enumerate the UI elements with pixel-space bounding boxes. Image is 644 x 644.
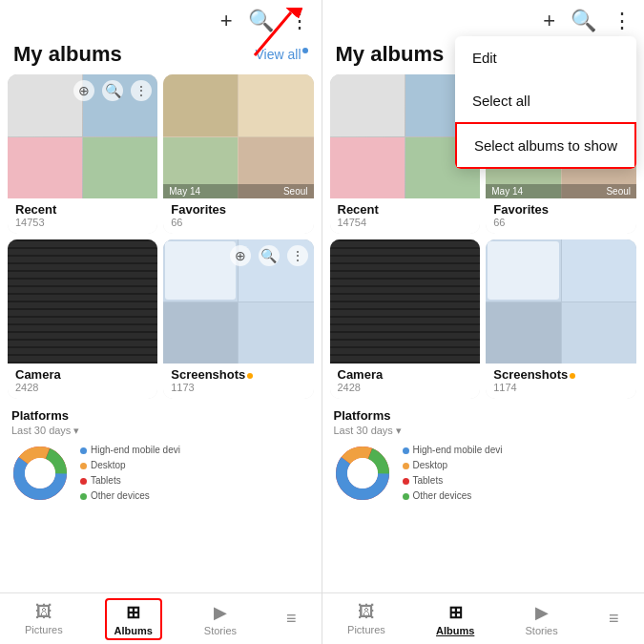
legend-dot-desktop-right [403, 463, 409, 469]
svg-point-6 [25, 458, 55, 488]
album-name-favorites-right: Favorites [493, 202, 629, 217]
album-card-screenshots-right[interactable]: Screenshots 1174 [486, 239, 636, 399]
albums-title: My albums [13, 42, 122, 67]
album-count-camera: 2428 [15, 382, 150, 393]
legend-dot-tablets-right [403, 478, 409, 485]
nav-stories-right[interactable]: ▶ Stories [517, 598, 565, 640]
albums-header: My albums View all [0, 42, 322, 74]
legend-item-tablets: Tablets [80, 473, 180, 488]
album-name-favorites: Favorites [171, 202, 305, 217]
thumb-cell [330, 137, 405, 199]
album-thumb-camera [8, 239, 157, 364]
album-count-favorites-right: 66 [493, 217, 629, 228]
albums-icon-right: ⊞ [448, 602, 463, 623]
legend-right: High-end mobile devi Desktop Tablets Oth… [403, 443, 503, 504]
album-name: Recent [15, 202, 150, 217]
svg-point-11 [347, 458, 378, 488]
album-name-camera: Camera [15, 367, 150, 382]
album-grid: ⊕ 🔍 ⋮ Recent 14753 May 14 [0, 74, 322, 399]
nav-albums[interactable]: ⊞ Albums [105, 598, 162, 640]
nav-pictures[interactable]: 🖼 Pictures [17, 598, 71, 639]
album-count-screenshots-right: 1174 [493, 382, 629, 393]
album-date-bar: May 14 Seoul [163, 184, 313, 198]
legend-dot-mobile-right [403, 447, 409, 454]
legend-item-tablets-right: Tablets [403, 473, 503, 488]
search-icon[interactable]: 🔍 [248, 9, 274, 33]
platforms-subtitle-right: Last 30 days ▾ [334, 425, 634, 437]
nav-hamburger[interactable]: ≡ [279, 605, 304, 633]
search-icon-right[interactable]: 🔍 [571, 9, 596, 33]
platforms-title: Platforms [11, 408, 310, 423]
bottom-nav-right: 🖼 Pictures ⊞ Albums ▶ Stories ≡ [322, 592, 645, 644]
legend-dot-other-right [403, 493, 409, 500]
search-small-icon-ss: 🔍 [259, 245, 280, 266]
album-thumb-screenshots: ⊕ 🔍 ⋮ [163, 239, 313, 364]
menu-icon[interactable]: ⋮ [289, 9, 310, 33]
platforms-title-right: Platforms [334, 408, 634, 423]
view-all-link[interactable]: View all [256, 46, 308, 63]
thumb-cell [8, 74, 82, 136]
album-card-favorites[interactable]: May 14 Seoul Favorites 66 [163, 74, 313, 234]
platforms-content: High-end mobile devi Desktop Tablets Oth… [11, 443, 310, 504]
legend-item-mobile-right: High-end mobile devi [403, 443, 503, 458]
dropdown-select-all[interactable]: Select all [455, 79, 636, 122]
bottom-nav: 🖼 Pictures ⊞ Albums ▶ Stories ≡ [0, 592, 322, 644]
album-count-favorites: 66 [171, 217, 305, 228]
pictures-icon-right: 🖼 [358, 602, 375, 622]
nav-stories[interactable]: ▶ Stories [197, 598, 244, 640]
card-icons-screenshots: ⊕ 🔍 ⋮ [230, 245, 308, 266]
date-label: May 14 [169, 186, 200, 197]
dropdown-menu[interactable]: Edit Select all Select albums to show [455, 36, 636, 169]
share-icon-ss: ⊕ [230, 245, 251, 266]
search-small-icon: 🔍 [102, 80, 123, 101]
stories-icon: ▶ [214, 602, 227, 623]
album-count-screenshots: 1173 [171, 382, 305, 393]
thumb-cell [8, 137, 82, 199]
album-name-recent-right: Recent [338, 202, 473, 217]
share-icon: ⊕ [73, 80, 94, 101]
nav-hamburger-right[interactable]: ≡ [601, 605, 627, 633]
card-icons: ⊕ 🔍 ⋮ [73, 80, 152, 101]
album-info-bar-screenshots: Screenshots 1173 [163, 364, 313, 399]
album-name-camera-right: Camera [338, 367, 473, 382]
albums-icon: ⊞ [126, 602, 140, 623]
album-card-camera[interactable]: Camera 2428 [8, 239, 157, 399]
location-label-right: Seoul [606, 186, 631, 197]
add-icon-right[interactable]: + [543, 9, 555, 33]
album-thumb-screenshots-right [486, 239, 636, 364]
menu-icon-right[interactable]: ⋮ [612, 9, 633, 33]
album-thumb-recent: ⊕ 🔍 ⋮ [8, 74, 157, 198]
platforms-content-right: High-end mobile devi Desktop Tablets Oth… [334, 443, 634, 504]
date-label-right: May 14 [491, 186, 523, 197]
album-dot [247, 373, 253, 379]
dropdown-select-albums[interactable]: Select albums to show [455, 122, 636, 169]
left-screen: + 🔍 ⋮ My albums View all [0, 0, 322, 644]
stories-icon-right: ▶ [535, 602, 549, 623]
platforms-section: Platforms Last 30 days ▾ High-end mobile… [0, 401, 322, 511]
album-count: 14753 [15, 217, 150, 228]
album-thumb-camera-right [330, 239, 481, 364]
album-info-bar: Recent 14753 [8, 198, 157, 234]
dropdown-edit[interactable]: Edit [455, 36, 636, 79]
more-icon-ss: ⋮ [287, 245, 308, 266]
hamburger-icon: ≡ [286, 609, 297, 629]
album-info-bar-recent-right: Recent 14754 [330, 198, 481, 234]
pictures-icon: 🖼 [35, 602, 52, 622]
nav-pictures-right[interactable]: 🖼 Pictures [340, 598, 393, 639]
legend-item-desktop-right: Desktop [403, 458, 503, 473]
album-info-bar-favorites: Favorites 66 [163, 198, 313, 234]
view-all-dot [302, 48, 308, 53]
album-card-camera-right[interactable]: Camera 2428 [330, 239, 481, 399]
album-count-camera-right: 2428 [338, 382, 473, 393]
legend-dot-tablets [80, 478, 87, 485]
album-dot-right [570, 373, 575, 379]
album-date-bar-right: May 14 Seoul [486, 184, 636, 198]
album-name-screenshots: Screenshots [171, 367, 305, 382]
album-card-screenshots[interactable]: ⊕ 🔍 ⋮ Screenshots 1173 [163, 239, 313, 399]
platforms-subtitle: Last 30 days ▾ [11, 425, 310, 437]
album-card-recent[interactable]: ⊕ 🔍 ⋮ Recent 14753 [8, 74, 157, 234]
nav-albums-right[interactable]: ⊞ Albums [428, 598, 482, 640]
albums-title-right: My albums [336, 42, 445, 67]
legend-item-desktop: Desktop [80, 458, 180, 473]
add-icon[interactable]: + [220, 9, 233, 33]
